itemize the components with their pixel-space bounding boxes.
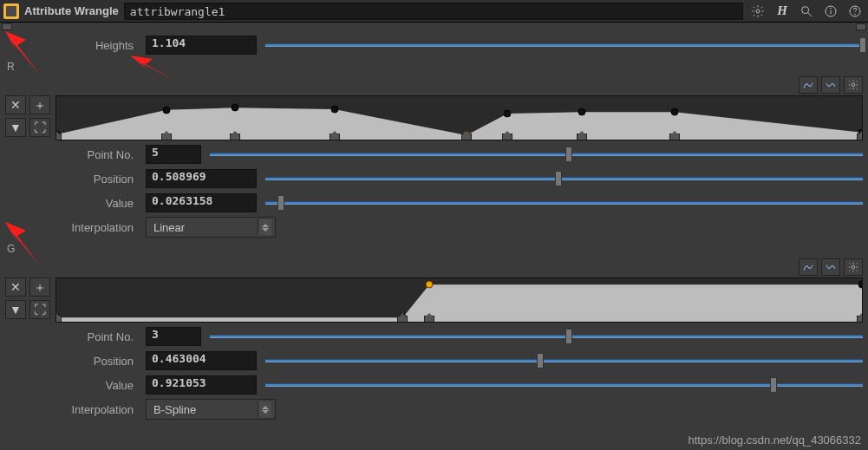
ramp-g-value-field[interactable]: 0.921053 (146, 375, 257, 395)
ramp-control-marker[interactable] (397, 314, 408, 323)
svg-point-5 (831, 8, 832, 9)
scroll-right-nub[interactable] (856, 23, 866, 30)
ramp-g-position-slider[interactable] (265, 351, 863, 370)
ramp-control-marker[interactable] (502, 132, 512, 140)
ramp-control-marker[interactable] (669, 132, 680, 140)
svg-line-2 (808, 13, 812, 16)
ramp-r-value-field[interactable]: 0.0263158 (146, 193, 257, 212)
node-type-label: Attribute Wrangle (24, 4, 119, 17)
svg-point-0 (756, 10, 760, 13)
ramp-control-marker[interactable] (230, 132, 240, 140)
ramp-control-point[interactable] (163, 106, 171, 114)
ramp-control-marker[interactable] (161, 132, 172, 140)
ramp-r-pointno-slider[interactable] (210, 145, 863, 164)
ramp-g-header (0, 257, 868, 277)
ramp-r-delete-button[interactable]: ✕ (5, 95, 26, 114)
ramp-control-marker[interactable] (857, 314, 863, 323)
heights-field[interactable]: 1.104 (146, 36, 257, 55)
ramp-r-add-button[interactable]: ＋ (29, 95, 50, 114)
ramp-r-interp-value: Linear (153, 221, 185, 234)
ramp-control-point[interactable] (426, 281, 434, 289)
node-name-field[interactable]: attribwrangle1 (124, 3, 743, 20)
ramp-g-delete-button[interactable]: ✕ (5, 277, 26, 297)
ramp-control-point[interactable] (858, 281, 864, 289)
ramp-r-pointno-field[interactable]: 5 (146, 145, 201, 164)
ramp-control-marker[interactable] (461, 132, 472, 140)
ramp-control-marker[interactable] (577, 132, 587, 140)
houdini-help-icon[interactable]: H (773, 2, 792, 21)
ramp-control-point[interactable] (330, 105, 338, 113)
svg-point-8 (852, 83, 855, 87)
ramp-g-side-controls: ✕ ＋ ▼ ⛶ (5, 277, 52, 319)
ramp-g-collapse-button[interactable]: ▼ (5, 300, 26, 319)
info-icon[interactable] (821, 2, 840, 21)
tab-scroll-row (0, 23, 868, 31)
ramp-r-canvas[interactable] (55, 95, 863, 140)
ramp-g-position-label: Position (5, 355, 140, 368)
ramp-g-pointno-label: Point No. (5, 330, 140, 343)
ramp-control-point[interactable] (504, 109, 512, 117)
channel-r-label: R (0, 59, 868, 75)
chevron-updown-icon (258, 401, 271, 417)
ramp-control-marker[interactable] (55, 314, 62, 323)
svg-marker-9 (56, 108, 862, 140)
ramp-g-params: Point No. 3 Position 0.463004 Value 0.92… (0, 323, 868, 423)
ramp-r-interp-label: Interpolation (5, 221, 140, 234)
help-icon[interactable] (845, 2, 865, 21)
ramp-g-add-button[interactable]: ＋ (29, 277, 50, 297)
channel-g-label: G (0, 241, 868, 257)
ramp-r-pointno-label: Point No. (5, 148, 140, 161)
ramp-g-position-field[interactable]: 0.463004 (146, 351, 257, 370)
svg-point-1 (802, 6, 809, 13)
ramp-g-pointno-field[interactable]: 3 (146, 327, 201, 346)
svg-point-10 (852, 265, 855, 269)
ramp-control-point[interactable] (578, 108, 585, 116)
ramp-g-pointno-slider[interactable] (210, 327, 863, 346)
heights-row: Heights 1.104 (5, 33, 863, 57)
ramp-r-fit-button[interactable]: ⛶ (29, 118, 50, 137)
ramp-control-marker[interactable] (424, 314, 434, 323)
slider-thumb[interactable] (770, 377, 777, 393)
ramp-r-header (0, 75, 868, 95)
slider-thumb[interactable] (565, 329, 572, 344)
ramp-g-interp-value: B-Spline (153, 403, 196, 416)
ramp-g-canvas[interactable] (55, 277, 863, 323)
ramp-r-interp-dropdown[interactable]: Linear (146, 217, 276, 238)
slider-thumb[interactable] (565, 147, 572, 162)
ramp-r-position-slider[interactable] (265, 169, 863, 188)
heights-slider-thumb[interactable] (859, 37, 866, 53)
ramp-r-params: Point No. 5 Position 0.508969 Value 0.02… (0, 140, 868, 241)
slider-thumb[interactable] (555, 171, 562, 186)
search-icon[interactable] (797, 2, 816, 21)
ramp-g-gear-icon[interactable] (844, 258, 863, 276)
svg-point-7 (855, 14, 856, 15)
ramp-g-preset-next-icon[interactable] (821, 258, 840, 276)
slider-thumb[interactable] (537, 353, 544, 368)
heights-slider[interactable] (265, 36, 863, 55)
ramp-r-value-label: Value (5, 197, 140, 210)
chevron-updown-icon (258, 219, 271, 235)
ramp-control-point[interactable] (671, 108, 679, 116)
ramp-g-value-slider[interactable] (265, 375, 863, 395)
ramp-r-position-field[interactable]: 0.508969 (146, 169, 257, 188)
ramp-control-marker[interactable] (857, 132, 863, 140)
ramp-g-interp-dropdown[interactable]: B-Spline (146, 399, 276, 420)
ramp-g-value-label: Value (5, 379, 140, 392)
ramp-r-value-slider[interactable] (265, 193, 863, 212)
ramp-r-gear-icon[interactable] (844, 76, 863, 94)
ramp-g-preset-prev-icon[interactable] (799, 258, 818, 276)
node-header: Attribute Wrangle attribwrangle1 H (0, 0, 868, 23)
ramp-g-fit-button[interactable]: ⛶ (29, 300, 50, 319)
heights-label: Heights (5, 39, 140, 52)
ramp-r-collapse-button[interactable]: ▼ (5, 118, 26, 137)
ramp-control-marker[interactable] (55, 132, 62, 140)
scroll-left-nub[interactable] (2, 23, 12, 30)
gear-icon[interactable] (748, 2, 767, 21)
node-type-icon (3, 3, 19, 19)
ramp-control-point[interactable] (232, 104, 239, 112)
ramp-r-preset-next-icon[interactable] (821, 76, 840, 94)
slider-thumb[interactable] (277, 195, 284, 211)
ramp-r-position-label: Position (5, 173, 140, 186)
ramp-control-marker[interactable] (330, 132, 340, 140)
ramp-r-preset-prev-icon[interactable] (799, 76, 818, 94)
